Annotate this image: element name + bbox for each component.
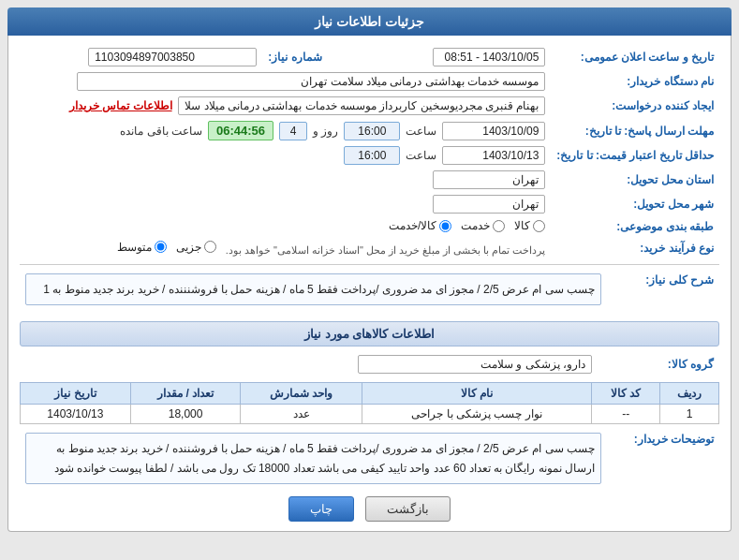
buyer-desc-box: چسب سی ام عرض 2/5 / مجوز ای مد ضروری /پر… <box>25 433 601 484</box>
col-radif: ردیف <box>660 383 719 405</box>
col-vahed: واحد شمارش <box>241 383 362 405</box>
ijadkonande-label: ایجاد کننده درخواست: <box>551 94 719 118</box>
tabaqeh-radio-group: کالا خدمت کالا/خدمت <box>389 219 545 232</box>
mohlat-date-input: 1403/10/09 <box>442 122 545 140</box>
farayand-radio-group: جزیی متوسط <box>117 241 216 254</box>
hadaqal-saat-input: 16:00 <box>344 146 400 165</box>
tabaqeh-label: طبقه بندی موضوعی: <box>551 216 719 238</box>
namdastgah-input: موسسه خدمات بهداشتی درمانی میلاد سلامت ت… <box>77 72 545 91</box>
namdastgah-value: موسسه خدمات بهداشتی درمانی میلاد سلامت ت… <box>20 69 551 94</box>
noe-farayand-value: پرداخت تمام با بخشی از مبلغ خرید از محل … <box>20 238 551 259</box>
ostan-label: استان محل تحویل: <box>551 168 719 192</box>
tarikh-label: تاریخ و ساعت اعلان عمومی: <box>551 45 719 69</box>
radio-motosat[interactable]: متوسط <box>117 241 167 254</box>
shahr-input: تهران <box>433 195 545 214</box>
shomare-niaz-input: 1103094897003850 <box>88 48 257 66</box>
hadaqal-saat-label: ساعت <box>406 149 436 162</box>
radio-khedmat[interactable]: خدمت <box>461 219 505 232</box>
table-row: 1 -- نوار چسب پزشکی با جراحی عدد 18,000 … <box>21 405 719 424</box>
tabaqeh-value: کالا خدمت کالا/خدمت <box>20 216 551 238</box>
mohlat-rooz-input: 4 <box>279 122 307 140</box>
mohlat-saat-label: ساعت <box>406 125 436 138</box>
cell-tedad: 18,000 <box>130 405 241 424</box>
namdastgah-label: نام دستگاه خریدار: <box>551 69 719 94</box>
bazgasht-button[interactable]: بازگشت <box>365 496 451 522</box>
buyer-desc-label: توضیحات خریدار: <box>607 430 719 487</box>
radio-kala[interactable]: کالا <box>514 219 545 232</box>
mohlat-value: 1403/10/09 ساعت 16:00 روز و 4 06:44:56 س… <box>20 118 551 143</box>
col-tarikh: تاریخ نیاز <box>21 383 131 405</box>
tarikh-value: 1403/10/05 - 08:51 <box>384 45 551 69</box>
col-nam: نام کالا <box>362 383 591 405</box>
radio-kala-khedmat[interactable]: کالا/خدمت <box>389 219 451 232</box>
group-kala-label: گروه کالا: <box>598 352 719 376</box>
shomare-niaz-value: 1103094897003850 <box>20 45 262 69</box>
hadaqal-value: 1403/10/13 ساعت 16:00 <box>20 143 551 168</box>
group-kala-table: گروه کالا: دارو، پزشکی و سلامت <box>20 352 719 376</box>
group-kala-value: دارو، پزشکی و سلامت <box>20 352 598 376</box>
sharh-keli-section: شرح کلی نیاز: چسب سی ام عرض 2/5 / مجوز ا… <box>20 271 719 314</box>
hadaqal-date-input: 1403/10/13 <box>442 146 545 165</box>
page-header: جزئیات اطلاعات نیاز <box>7 7 732 36</box>
cell-kod: -- <box>592 405 660 424</box>
col-kod: کد کالا <box>592 383 660 405</box>
mohlat-baqi: ساعت باقی مانده <box>120 125 202 138</box>
ostan-input: تهران <box>433 170 545 189</box>
sharh-keli-table: شرح کلی نیاز: چسب سی ام عرض 2/5 / مجوز ا… <box>20 271 719 314</box>
buyer-desc-value: چسب سی ام عرض 2/5 / مجوز ای مد ضروری /پر… <box>20 430 607 487</box>
mohlat-saat-input: 16:00 <box>344 122 400 140</box>
tarikh-input: 1403/10/05 - 08:51 <box>433 48 545 66</box>
shomare-niaz-label: شماره نیاز: <box>262 45 384 69</box>
goods-table: ردیف کد کالا نام کالا واحد شمارش تعداد /… <box>20 382 719 424</box>
shahr-label: شهر محل تحویل: <box>551 192 719 216</box>
divider-1 <box>20 264 719 265</box>
sharh-keli-label: شرح کلی نیاز: <box>607 271 719 314</box>
ijadkonande-value: بهنام قنبری مجردیوسخین کاربرداز موسسه خد… <box>20 94 551 118</box>
kalaainfo-section-title: اطلاعات کالاهای مورد نیاز <box>20 321 719 346</box>
sharh-keli-value: چسب سی ام عرض 2/5 / مجوز ای مد ضروری /پر… <box>20 271 607 314</box>
mohlat-rooz-label: روز و <box>313 125 338 138</box>
cell-tarikh: 1403/10/13 <box>21 405 131 424</box>
ostan-value: تهران <box>20 168 551 192</box>
col-tedad: تعداد / مقدار <box>130 383 241 405</box>
cell-vahed: عدد <box>241 405 362 424</box>
shahr-value: تهران <box>20 192 551 216</box>
cell-nam: نوار چسب پزشکی با جراحی <box>362 405 591 424</box>
farayand-note: پرداخت تمام با بخشی از مبلغ خرید از محل … <box>226 243 546 255</box>
mohlat-label: مهلت ارسال پاسخ: تا تاریخ: <box>551 118 719 143</box>
contact-link[interactable]: اطلاعات تماس خریدار <box>69 99 172 112</box>
cell-radif: 1 <box>660 405 719 424</box>
ijadkonande-input: بهنام قنبری مجردیوسخین کاربرداز موسسه خد… <box>178 96 545 115</box>
chap-button[interactable]: چاپ <box>288 496 354 522</box>
sharh-keli-box: چسب سی ام عرض 2/5 / مجوز ای مد ضروری /پر… <box>25 273 601 305</box>
group-kala-input: دارو، پزشکی و سلامت <box>358 355 592 374</box>
info-table: تاریخ و ساعت اعلان عمومی: 1403/10/05 - 0… <box>20 45 719 258</box>
hadaqal-label: حداقل تاریخ اعتبار قیمت: تا تاریخ: <box>551 143 719 168</box>
mohlat-timer: 06:44:56 <box>208 121 273 140</box>
buyer-desc-table: توضیحات خریدار: چسب سی ام عرض 2/5 / مجوز… <box>20 430 719 487</box>
button-row: بازگشت چاپ <box>20 496 719 522</box>
noe-farayand-label: نوع فرآیند خرید: <box>551 238 719 259</box>
radio-jozi[interactable]: جزیی <box>176 241 216 254</box>
